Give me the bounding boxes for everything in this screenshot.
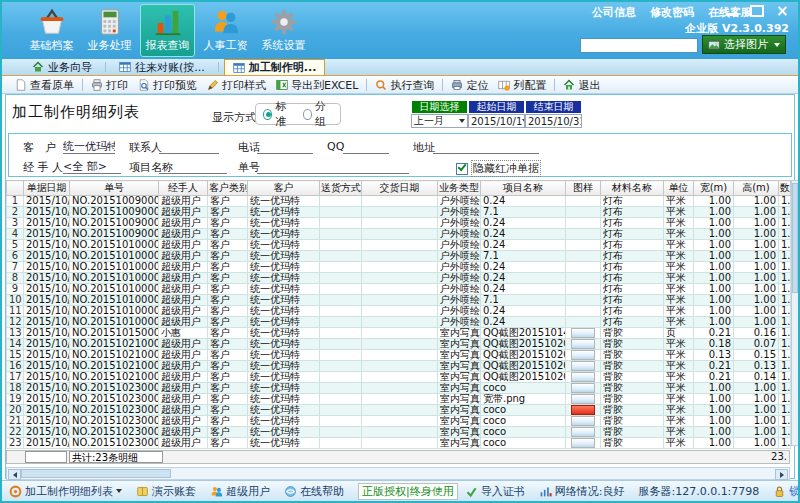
table-row[interactable]: 92015/10/10NO.201510100002超级用户客户统一优玛特户外喷… [7, 284, 791, 295]
table-row[interactable]: 132015/10/15NO.201510150004小惠客户统一优玛特室内写真… [7, 328, 791, 339]
table-header-cell[interactable]: 材料名称 [601, 181, 664, 196]
table-row[interactable]: 72015/10/10NO.201510100001超级用户客户统一优玛特户外喷… [7, 262, 791, 273]
table-row[interactable]: 22015/10/9NO.201510090002超级用户客户统一优玛特户外喷绘… [7, 207, 791, 218]
toolbar-btn-3[interactable]: 打印样式 [202, 78, 271, 93]
table-row[interactable]: 182015/10/23NO.201510230003超级用户客户统一优玛特室内… [7, 383, 791, 394]
table-row[interactable]: 102015/10/10NO.201510100002超级用户客户统一优玛特户外… [7, 295, 791, 306]
table-row[interactable]: 222015/10/23NO.201510230003超级用户客户统一优玛特室内… [7, 427, 791, 438]
horizontal-scrollbar[interactable] [6, 467, 790, 480]
titlebar-link-0[interactable]: 公司信息 [592, 5, 636, 20]
table-row[interactable]: 12015/10/9NO.201510090002超级用户客户统一优玛特户外喷绘… [7, 196, 791, 207]
filter-input-r1-2[interactable] [257, 139, 313, 154]
table-header-cell[interactable]: 客户 [248, 181, 320, 196]
table-header-cell[interactable]: 客户类别 [208, 181, 248, 196]
display-mode-group: 标准分组 [255, 103, 341, 125]
vertical-scroll-thumb[interactable] [792, 183, 798, 293]
table-row[interactable]: 202015/10/23NO.201510230003超级用户客户统一优玛特室内… [7, 405, 791, 416]
table-header-cell[interactable]: 单号 [70, 181, 159, 196]
filter-input-r2-0[interactable]: <全 部> [63, 159, 121, 174]
toolbar-btn-7[interactable]: 列配置 [493, 78, 551, 93]
table-cell [362, 438, 438, 449]
table-row[interactable]: 162015/10/21NO.201510210001超级用户客户统一优玛特室内… [7, 361, 791, 372]
tab-1[interactable]: 往来对账(按... [111, 59, 213, 75]
horizontal-scroll-thumb[interactable] [21, 469, 171, 478]
table-cell: 统一优玛特 [248, 383, 320, 394]
table-header-cell[interactable]: 经手人 [159, 181, 208, 196]
toolbar-btn-6[interactable]: 定位 [446, 78, 493, 93]
table-header-cell[interactable] [7, 181, 24, 196]
table-header-cell[interactable]: 数 [779, 181, 791, 196]
filter-input-r2-1[interactable] [159, 159, 227, 174]
table-header-cell[interactable]: 交货日期 [362, 181, 438, 196]
display-mode-option-1[interactable]: 分组 [303, 99, 334, 129]
table-row[interactable]: 122015/10/10NO.201510100002超级用户客户统一优玛特户外… [7, 317, 791, 328]
date-filter-col-2: 结束日期2015/10/31 [525, 100, 582, 128]
table-cell: coco [481, 427, 566, 438]
tab-0[interactable]: 业务向导 [24, 59, 100, 75]
display-mode-option-0[interactable]: 标准 [263, 99, 294, 129]
table-header-cell[interactable]: 业务类型 [438, 181, 481, 196]
status-item-3[interactable]: 在线帮助 [284, 484, 344, 499]
table-row[interactable]: 52015/10/10NO.201510100001超级用户客户统一优玛特户外喷… [7, 240, 791, 251]
date-filter-value-2[interactable]: 2015/10/31 [525, 114, 582, 128]
status-item-5[interactable]: 导入证书 [465, 484, 525, 499]
table-header-cell[interactable]: 单据日期 [24, 181, 70, 196]
tab-2[interactable]: 加工制作明... [224, 59, 326, 75]
chevron-down-icon[interactable] [774, 43, 780, 47]
scroll-left-icon[interactable] [8, 469, 21, 480]
filter-input-r1-3[interactable] [343, 139, 389, 154]
filter-input-r1-1[interactable] [159, 139, 219, 154]
toolbar-btn-8[interactable]: 退出 [558, 78, 605, 93]
date-filter-value-1[interactable]: 2015/10/1 [468, 114, 525, 128]
filter-input-r1-0[interactable]: 统一优玛特 [63, 139, 115, 154]
image-path-input[interactable] [580, 38, 698, 53]
table-row[interactable]: 172015/10/21NO.201510210001超级用户客户统一优玛特室内… [7, 372, 791, 383]
nav-item-1[interactable]: 业务处理 [82, 4, 137, 57]
table-row[interactable]: 42015/10/9NO.201510090002超级用户客户统一优玛特户外喷绘… [7, 229, 791, 240]
table-row[interactable]: 142015/10/21NO.201510210001超级用户客户统一优玛特室内… [7, 339, 791, 350]
filter-input-r1-4[interactable] [433, 139, 539, 154]
table-row[interactable]: 192015/10/23NO.201510230003超级用户客户统一优玛特室内… [7, 394, 791, 405]
table-row[interactable]: 232015/10/23NO.201510230003超级用户客户统一优玛特室内… [7, 438, 791, 449]
toolbar-btn-5[interactable]: 执行查询 [370, 78, 439, 93]
filter-input-r2-2[interactable] [257, 159, 409, 174]
toolbar-btn-4[interactable]: 导出到EXCEL [271, 78, 363, 93]
minimize-icon[interactable] [726, 13, 738, 16]
table-row[interactable]: 212015/10/23NO.201510230003超级用户客户统一优玛特室内… [7, 416, 791, 427]
table-row[interactable]: 32015/10/9NO.201510090002超级用户客户统一优玛特户外喷绘… [7, 218, 791, 229]
table-row[interactable]: 152015/10/21NO.201510210001超级用户客户统一优玛特室内… [7, 350, 791, 361]
status-item-8[interactable]: 锁屏 [773, 484, 800, 499]
toolbar-btn-2[interactable]: 打印预览 [133, 78, 202, 93]
table-header-cell[interactable]: 送货方式 [320, 181, 362, 196]
scroll-right-icon[interactable] [775, 469, 788, 480]
close-icon[interactable]: × [776, 5, 789, 17]
hide-red-checkbox[interactable]: 隐藏红冲单据 [456, 160, 541, 177]
toolbar-btn-1[interactable]: 打印 [86, 78, 133, 93]
table-cell [362, 295, 438, 306]
table-cell: 1.00 [694, 284, 734, 295]
table-row[interactable]: 82015/10/10NO.201510100001超级用户客户统一优玛特户外喷… [7, 273, 791, 284]
maximize-icon[interactable] [750, 5, 764, 17]
table-cell: 1.00 [694, 438, 734, 449]
table-header-cell[interactable]: 项目名称 [481, 181, 566, 196]
toolbar-btn-0[interactable]: 查看原单 [10, 78, 79, 93]
date-filter-value-0[interactable]: 上一月 [411, 114, 468, 128]
table-header-cell[interactable]: 高(m) [734, 181, 779, 196]
table-icon [233, 62, 245, 74]
table-row[interactable]: 62015/10/10NO.201510100001超级用户客户统一优玛特户外喷… [7, 251, 791, 262]
titlebar-link-1[interactable]: 修改密码 [650, 5, 694, 20]
table-cell: 1.00 [734, 273, 779, 284]
nav-item-4[interactable]: 系统设置 [256, 4, 311, 57]
data-table: 单据日期单号经手人客户类别客户送货方式交货日期业务类型项目名称图样材料名称单位宽… [6, 180, 790, 449]
table-header-cell[interactable]: 宽(m) [694, 181, 734, 196]
table-header-cell[interactable]: 图样 [566, 181, 601, 196]
table-header-cell[interactable]: 单位 [664, 181, 694, 196]
nav-item-3[interactable]: 人事工资 [198, 4, 253, 57]
nav-item-0[interactable]: 基础档案 [24, 4, 79, 57]
select-image-button[interactable]: 选择图片 [702, 35, 786, 54]
table-cell [362, 328, 438, 339]
status-item-0[interactable]: 加工制作明细列表 [9, 484, 122, 499]
table-row[interactable]: 112015/10/10NO.201510100002超级用户客户统一优玛特户外… [7, 306, 791, 317]
nav-item-2[interactable]: 报表查询 [140, 4, 195, 57]
vertical-scrollbar[interactable] [791, 180, 799, 446]
